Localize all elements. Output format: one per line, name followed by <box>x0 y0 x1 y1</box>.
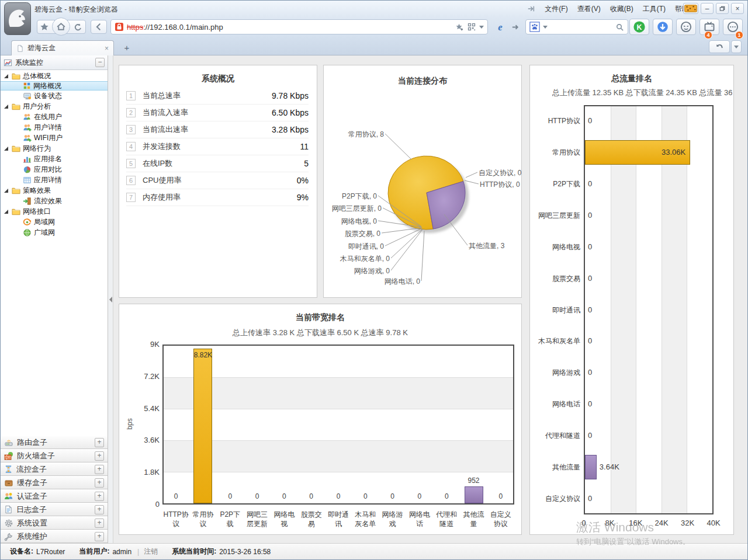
accordion-system-settings[interactable]: 系统设置+ <box>1 516 108 530</box>
bandwidth-bar-value: 0 <box>411 492 428 500</box>
accordion-expand-button[interactable]: + <box>95 451 104 461</box>
tab-biihai-cloud-box[interactable]: 碧海云盒 × <box>11 40 114 55</box>
accordion-label: 流控盒子 <box>16 464 47 475</box>
title-bar: 碧海云盒 - 猎豹安全浏览器 文件(F) 查看(V) 收藏(B) 工具(T) 帮… <box>1 1 747 17</box>
accordion-expand-button[interactable]: + <box>95 519 104 528</box>
back-button[interactable] <box>91 20 107 34</box>
browser-logo[interactable] <box>4 2 31 35</box>
sidebar-item-label: 应用排名 <box>34 154 62 164</box>
overview-row: 3当前流出速率3.28 Kbps <box>126 121 309 138</box>
game-center-button[interactable] <box>676 19 696 35</box>
system-time-value: 2015-3-26 16:58 <box>219 548 271 556</box>
kingsoft-button[interactable]: K <box>629 19 649 35</box>
close-button[interactable]: × <box>731 3 744 14</box>
refresh-button[interactable] <box>71 21 84 33</box>
address-bar[interactable]: https ://192.168.0.1/main.php <box>110 19 488 34</box>
menu-file[interactable]: 文件(F) <box>545 4 567 14</box>
accordion-cache-box[interactable]: 缓存盒子+ <box>1 476 108 489</box>
download-button[interactable] <box>653 19 673 35</box>
overview-row-number: 5 <box>126 159 136 168</box>
sidebar-item-user-details[interactable]: 用户详情 <box>1 122 108 133</box>
add-favorite-icon[interactable] <box>455 23 464 32</box>
sidebar-item-network-behavior[interactable]: 网络行为 <box>1 143 108 154</box>
pin-icon[interactable] <box>527 5 535 13</box>
accordion-firewall-box[interactable]: 防火墙盒子+ <box>1 449 108 462</box>
ie-mode-button[interactable]: e <box>493 20 508 34</box>
bandwidth-category-label: 即时通讯 <box>325 510 352 528</box>
favorite-button[interactable] <box>38 21 51 33</box>
paw-search-engine-icon[interactable] <box>529 22 540 32</box>
k-logo-icon: K <box>633 20 646 33</box>
sidebar-item-label: 设备状态 <box>34 91 62 101</box>
traffic-bar-value: 3.64K <box>600 462 619 471</box>
sidebar-item-lan[interactable]: 局域网 <box>1 217 108 227</box>
accordion-system-maintenance[interactable]: 系统维护+ <box>1 530 108 543</box>
logout-link[interactable]: 注销 <box>144 547 158 556</box>
sidebar-item-policy-effect[interactable]: 策略效果 <box>1 185 108 196</box>
sidebar-item-flow-control-effect[interactable]: 流控效果 <box>1 196 108 206</box>
accordion-label: 路由盒子 <box>17 437 47 448</box>
menu-favorites[interactable]: 收藏(B) <box>610 4 633 14</box>
pie-slice-label: 网络电话, 0 <box>333 277 420 287</box>
bandwidth-bar-value: 0 <box>167 492 185 500</box>
accordion-label: 认证盒子 <box>17 491 47 502</box>
accordion-expand-button[interactable]: + <box>95 438 104 447</box>
accordion-expand-button[interactable]: + <box>95 532 104 541</box>
search-icon[interactable] <box>615 23 624 32</box>
sidebar-collapse-button[interactable]: − <box>95 58 105 67</box>
accordion-auth-box[interactable]: 认证盒子+ <box>1 489 108 503</box>
new-tab-button[interactable]: + <box>120 41 134 53</box>
home-button[interactable] <box>52 18 70 36</box>
pie-slice-label: HTTP协议, 0 <box>480 180 520 190</box>
bandwidth-category-label: HTTP协议 <box>162 510 189 528</box>
accordion-flow-box[interactable]: 流控盒子+ <box>1 462 108 476</box>
bandwidth-y-tick: 3.6K <box>119 436 160 444</box>
overview-row-label: 并发连接数 <box>143 141 181 152</box>
restore-closed-tab-button[interactable] <box>709 40 730 53</box>
traffic-bar <box>585 455 597 479</box>
sidebar-item-wifi-users[interactable]: WIFI用户 <box>1 133 108 143</box>
sidebar-item-app-ranking[interactable]: 应用排名 <box>1 154 108 164</box>
sidebar-item-device-status[interactable]: 设备状态 <box>1 91 108 101</box>
overview-title: 系统概况 <box>119 74 317 84</box>
accordion-log-box[interactable]: 日志盒子+ <box>1 503 108 516</box>
menu-tools[interactable]: 工具(T) <box>643 4 666 14</box>
sidebar-item-label: 流控效果 <box>34 196 62 206</box>
accordion-expand-button[interactable]: + <box>95 492 104 501</box>
panel-connections: 当前连接分布 常用协议, 8自定义协议, 0HTTP协议, 0P2P下载, 0网… <box>323 65 522 298</box>
skin-button[interactable] <box>683 3 698 14</box>
accordion-expand-button[interactable]: + <box>95 465 104 474</box>
accordion-expand-button[interactable]: + <box>95 505 104 514</box>
accordion-expand-button[interactable]: + <box>95 478 104 488</box>
ie-icon: e <box>495 22 505 32</box>
sidebar-item-online-users[interactable]: 在线用户 <box>1 112 108 122</box>
search-engine-dropdown-icon[interactable] <box>543 26 548 29</box>
sidebar-item-network-overview[interactable]: 网络概况 <box>1 81 108 91</box>
menu-view[interactable]: 查看(V) <box>577 4 601 14</box>
go-button[interactable] <box>508 20 523 34</box>
closed-tabs-dropdown[interactable] <box>731 40 742 53</box>
minimize-button[interactable]: – <box>701 3 714 14</box>
overview-row: 4并发连接数11 <box>126 138 309 155</box>
sidebar-item-app-compare[interactable]: 应用对比 <box>1 164 108 175</box>
download-icon <box>657 21 669 33</box>
search-input[interactable] <box>550 22 612 32</box>
accordion-router-box[interactable]: 路由盒子+ <box>1 436 108 449</box>
qr-dropdown-icon[interactable] <box>479 26 484 29</box>
sidebar-item-overall-overview[interactable]: 总体概况 <box>1 71 108 81</box>
tab-close-icon[interactable]: × <box>105 44 109 53</box>
traffic-rank-plot <box>584 105 714 514</box>
sidebar-item-wan[interactable]: 广域网 <box>1 227 108 238</box>
sidebar-item-app-details[interactable]: 应用详情 <box>1 175 108 185</box>
search-box[interactable] <box>525 19 628 34</box>
device-name-label: 设备名: <box>10 547 33 556</box>
traffic-category-label: 网络电话 <box>530 399 580 409</box>
qr-code-icon[interactable] <box>468 23 476 31</box>
traffic-bar-value: 0 <box>588 211 592 220</box>
restore-button[interactable] <box>716 3 729 14</box>
bandwidth-category-label: 其他流量 <box>460 510 487 528</box>
sidebar-item-network-interface[interactable]: 网络接口 <box>1 206 108 217</box>
sidebar-splitter[interactable] <box>108 55 113 543</box>
traffic-category-label: 即时通讯 <box>530 305 580 315</box>
sidebar-item-user-analysis[interactable]: 用户分析 <box>1 101 108 112</box>
